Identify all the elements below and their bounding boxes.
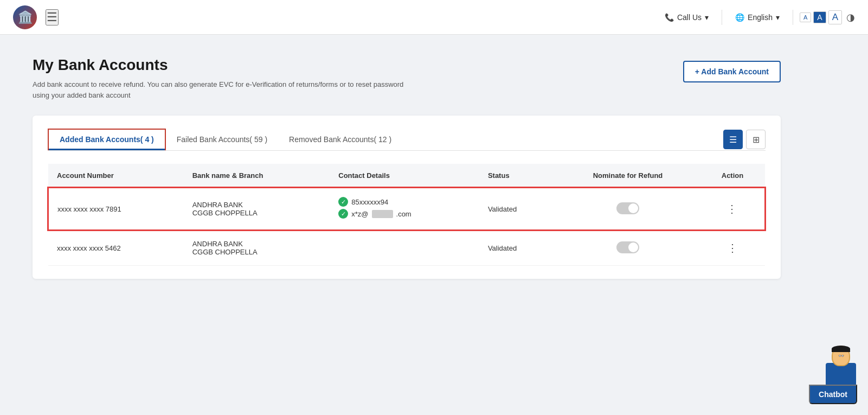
call-us-button[interactable]: 📞 Call Us ▾ [658,10,715,25]
bank-accounts-card: Added Bank Accounts( 4 ) Failed Bank Acc… [33,116,781,279]
table-header: Account Number Bank name & Branch Contac… [48,164,765,188]
table-row: xxxx xxxx xxxx 7891 ANDHRA BANK CGGB CHO… [48,188,765,230]
language-button[interactable]: 🌐 English ▾ [729,10,786,25]
contact-cell [330,230,479,266]
grid-view-button[interactable]: ⊞ [746,130,766,149]
header-right: 📞 Call Us ▾ 🌐 English ▾ A A A ◑ [658,10,855,25]
phone-icon: 📞 [665,13,674,22]
font-small-button[interactable]: A [800,12,811,22]
tab-removed-bank-accounts[interactable]: Removed Bank Accounts( 12 ) [278,129,402,150]
nominate-cell [556,230,700,266]
table-body: xxxx xxxx xxxx 7891 ANDHRA BANK CGGB CHO… [48,188,765,266]
nominate-toggle-row2[interactable] [616,241,639,253]
chatbot-button[interactable]: Chatbot [809,385,857,404]
chevron-down-icon: ▾ [705,13,709,22]
divider-1 [722,10,722,25]
tabs-row: Added Bank Accounts( 4 ) Failed Bank Acc… [48,129,766,151]
nominate-cell [556,188,700,230]
table-row: xxxx xxxx xxxx 5462 ANDHRA BANK CGGB CHO… [48,230,765,266]
status-cell: Validated [479,188,556,230]
font-large-button[interactable]: A [828,10,842,24]
tab-added-bank-accounts[interactable]: Added Bank Accounts( 4 ) [48,129,166,150]
chatbot-avatar: 👓 [825,341,857,385]
col-account-number: Account Number [48,164,184,188]
font-size-controls: A A A [800,10,842,24]
account-number-cell: xxxx xxxx xxxx 7891 [48,188,184,230]
page-subtitle: Add bank account to receive refund. You … [33,79,412,100]
contact-cell: ✓ 85xxxxxx94 ✓ x*z@xxxxxx.com [330,188,479,230]
logo-icon: 🏛️ [13,5,37,29]
bank-accounts-table: Account Number Bank name & Branch Contac… [48,164,766,266]
font-medium-button[interactable]: A [813,11,826,23]
hamburger-menu-button[interactable]: ☰ [46,9,59,25]
chatbot-glasses-icon: 👓 [838,353,844,359]
check-icon-email: ✓ [338,209,348,219]
chevron-down-icon-lang: ▾ [776,13,780,22]
col-contact: Contact Details [330,164,479,188]
top-row: My Bank Accounts Add bank account to rec… [33,56,781,100]
main-content: My Bank Accounts Add bank account to rec… [0,35,813,301]
page-title: My Bank Accounts [33,56,412,74]
list-view-icon: ☰ [729,135,737,145]
contact-phone: ✓ 85xxxxxx94 [338,197,471,207]
contact-email: ✓ x*z@xxxxxx.com [338,209,471,219]
check-icon-phone: ✓ [338,197,348,207]
contrast-button[interactable]: ◑ [846,11,855,23]
col-nominate: Nominate for Refund [556,164,700,188]
action-cell: ⋮ [700,188,765,230]
header: 🏛️ ☰ 📞 Call Us ▾ 🌐 English ▾ A A A ◑ [0,0,868,35]
nominate-toggle-row1[interactable] [616,202,639,214]
globe-icon: 🌐 [735,13,744,22]
col-action: Action [700,164,765,188]
table-header-row: Account Number Bank name & Branch Contac… [48,164,765,188]
grid-view-icon: ⊞ [753,135,760,145]
tabs-container: Added Bank Accounts( 4 ) Failed Bank Acc… [48,129,402,150]
header-left: 🏛️ ☰ [13,5,59,29]
account-number-cell: xxxx xxxx xxxx 5462 [48,230,184,266]
tab-failed-bank-accounts[interactable]: Failed Bank Accounts( 59 ) [166,129,278,150]
chatbot-widget: 👓 Chatbot [809,341,857,404]
action-cell: ⋮ [700,230,765,266]
status-cell: Validated [479,230,556,266]
divider-2 [793,10,793,25]
col-status: Status [479,164,556,188]
view-toggle: ☰ ⊞ [723,130,766,149]
more-actions-button-row2[interactable]: ⋮ [723,239,742,257]
more-actions-button-row1[interactable]: ⋮ [722,200,742,218]
add-bank-account-button[interactable]: + Add Bank Account [683,61,781,82]
bank-name-cell: ANDHRA BANK CGGB CHOPPELLA [184,188,330,230]
page-header-text: My Bank Accounts Add bank account to rec… [33,56,412,100]
list-view-button[interactable]: ☰ [723,130,743,149]
col-bank-name: Bank name & Branch [184,164,330,188]
bank-name-cell: ANDHRA BANK CGGB CHOPPELLA [184,230,330,266]
